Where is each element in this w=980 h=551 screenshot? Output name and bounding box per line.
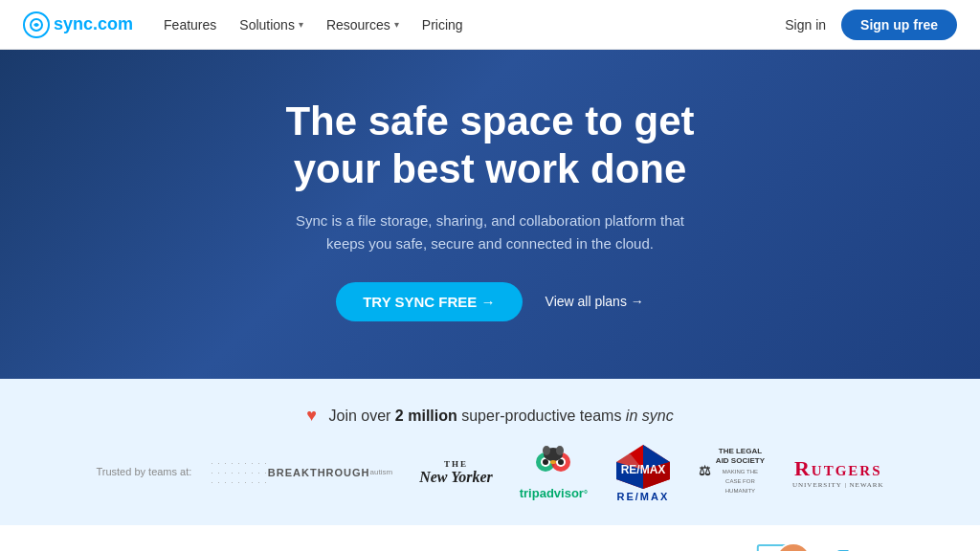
svg-point-5 — [543, 459, 548, 465]
svg-point-8 — [543, 446, 550, 455]
collaboration-illustration — [670, 544, 880, 551]
folder-icon — [835, 546, 869, 551]
logo-remax: RE/MAX RE/MAX — [614, 443, 672, 502]
nav-solutions[interactable]: Solutions ▾ — [239, 17, 303, 33]
bottom-section: Sync better together — [0, 525, 980, 551]
navbar: sync.com Features Solutions ▾ Resources … — [0, 0, 980, 50]
try-free-button[interactable]: TRY SYNC FREE → — [336, 282, 522, 321]
nav-pricing[interactable]: Pricing — [422, 17, 463, 33]
heart-icon: ♥ — [306, 406, 317, 425]
trusted-section: ♥ Join over 2 million super-productive t… — [0, 379, 980, 525]
hero-headline: The safe space to get your best work don… — [23, 98, 957, 194]
solutions-dropdown-arrow: ▾ — [299, 19, 303, 30]
signup-button[interactable]: Sign up free — [841, 10, 957, 40]
nav-resources[interactable]: Resources ▾ — [326, 17, 399, 33]
logo-icon — [23, 11, 50, 38]
join-text: ♥ Join over 2 million super-productive t… — [23, 406, 957, 426]
hero-subtext: Sync is a file storage, sharing, and col… — [279, 209, 701, 255]
nav-right: Sign in Sign up free — [785, 10, 957, 40]
scale-icon: ⚖ — [699, 462, 711, 481]
logo-rutgers: Rutgers UNIVERSITY | NEWARK — [792, 456, 884, 489]
trusted-logos: Trusted by teams at: · · · · · · · · ·· … — [23, 443, 957, 502]
nav-links: Features Solutions ▾ Resources ▾ Pricing — [164, 17, 785, 33]
logo-items: · · · · · · · · ·· · · · · · · · ·· · · … — [211, 443, 883, 502]
view-plans-link[interactable]: View all plans → — [546, 294, 644, 309]
logo-tripadvisor: tripadvisor° — [520, 445, 588, 500]
nav-features[interactable]: Features — [164, 17, 216, 33]
tripadvisor-owl-icon — [532, 445, 574, 486]
bottom-illustration — [593, 544, 957, 551]
logo-text: sync.com — [54, 14, 133, 34]
logo-legalaid: ⚖ THE LEGALAID SOCIETYMAKING THE CASE FO… — [699, 447, 766, 498]
svg-point-6 — [558, 459, 564, 465]
svg-point-9 — [556, 446, 564, 455]
trusted-by-label: Trusted by teams at: — [96, 465, 191, 479]
resources-dropdown-arrow: ▾ — [394, 19, 399, 30]
svg-point-10 — [550, 460, 556, 464]
hero-section: The safe space to get your best work don… — [0, 50, 980, 379]
bottom-left: Sync better together — [23, 544, 593, 551]
logo-newyorker: THE New Yorker — [419, 459, 493, 486]
hero-buttons: TRY SYNC FREE → View all plans → — [23, 282, 957, 321]
signin-link[interactable]: Sign in — [785, 17, 826, 33]
logo-breakthrough: · · · · · · · · ·· · · · · · · · ·· · · … — [211, 458, 392, 487]
logo[interactable]: sync.com — [23, 11, 133, 38]
